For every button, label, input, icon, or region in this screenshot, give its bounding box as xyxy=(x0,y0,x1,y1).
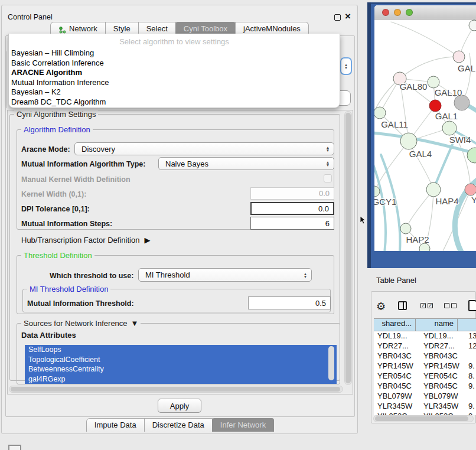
network-node-GAL10[interactable] xyxy=(428,76,439,88)
settings-vscrollbar-thumb[interactable] xyxy=(345,113,351,383)
algorithm-option[interactable]: Basic Correlation Inference xyxy=(9,58,340,69)
settings-hscrollbar-thumb[interactable] xyxy=(11,387,340,392)
node-label-GAL11: GAL11 xyxy=(381,119,408,129)
page-icon[interactable] xyxy=(468,300,476,311)
bottom-tab[interactable]: Infer Network xyxy=(212,418,274,432)
cell-value: 9. xyxy=(466,381,476,392)
attribute-list-item[interactable]: TopologicalCoefficient xyxy=(25,355,337,365)
split-column-icon[interactable] xyxy=(398,301,407,310)
sources-group-title: Sources for Network Inference ▼ xyxy=(21,319,141,328)
combo-spinner-icon[interactable]: ▲▼ xyxy=(301,270,310,280)
table-row[interactable]: YBR043C YBR043C xyxy=(374,351,476,361)
cell-name: YER054C xyxy=(420,371,466,381)
network-node-GAL4[interactable] xyxy=(400,133,417,149)
cyni-algorithm-settings-title: Cyni Algorithm Settings xyxy=(14,110,98,119)
collapse-arrow-icon[interactable]: ▼ xyxy=(131,319,139,328)
attribute-list-item[interactable]: gal4RGexp xyxy=(25,374,337,384)
aracne-mode-value: Discovery xyxy=(81,145,115,154)
close-traffic-light-icon[interactable] xyxy=(382,9,389,16)
mi-steps-field[interactable]: 6 xyxy=(250,217,334,230)
minimize-traffic-light-icon[interactable] xyxy=(394,9,401,16)
algorithm-option[interactable]: Bayesian – K2 xyxy=(9,87,340,97)
combo-spinner-icon[interactable]: ▲▼ xyxy=(323,144,332,154)
algorithm-dropdown-popup: Select algorithm to view settings Bayesi… xyxy=(8,34,340,108)
mi-threshold-field[interactable]: 0.5 xyxy=(248,296,331,309)
algorithm-dropdown-placeholder[interactable]: Select algorithm to view settings xyxy=(9,34,340,46)
cell-shared-name: YBR043C xyxy=(374,351,420,361)
table-row[interactable]: YPR145W YPR145W 9. xyxy=(374,361,476,371)
table-row[interactable]: YLR345W YLR345W 9. xyxy=(374,402,476,412)
table-hscrollbar-thumb[interactable] xyxy=(375,416,468,421)
mi-type-label: Mutual Information Algorithm Type: xyxy=(21,160,145,168)
network-node[interactable] xyxy=(467,148,476,163)
table-hscrollbar[interactable] xyxy=(373,415,474,422)
column-header[interactable]: name xyxy=(415,318,458,331)
network-node-GAL1[interactable] xyxy=(429,100,441,112)
bottom-tab[interactable]: Discretize Data xyxy=(144,418,213,432)
table-row[interactable]: YDR27... YDR27... 12 xyxy=(374,341,476,351)
docked-panel-icon[interactable] xyxy=(8,445,21,450)
zoom-traffic-light-icon[interactable] xyxy=(406,9,413,16)
bottom-tab-label: Discretize Data xyxy=(152,419,204,432)
node-label-HAP4: HAP4 xyxy=(435,196,458,206)
close-icon[interactable]: × xyxy=(345,11,351,22)
column-header[interactable]: A xyxy=(457,318,476,331)
combo-spinner-icon[interactable]: ▲▼ xyxy=(323,159,332,168)
which-threshold-label: Which threshold to use: xyxy=(50,272,133,280)
algorithm-option[interactable]: Mutual Information Inference xyxy=(9,78,340,88)
checked-checkboxes-icon[interactable]: ✓ ✓ xyxy=(420,303,433,308)
attribute-list-item[interactable]: SelfLoops xyxy=(25,345,337,355)
attributes-list-scrollbar-thumb[interactable] xyxy=(328,346,334,380)
manual-kernel-checkbox[interactable] xyxy=(324,174,332,182)
unchecked-checkboxes-icon[interactable] xyxy=(444,303,457,308)
mi-steps-label: Mutual Information Steps: xyxy=(21,220,112,228)
network-icon xyxy=(58,25,66,33)
gear-icon[interactable]: ⚙ xyxy=(376,300,386,313)
table-row[interactable]: YER054C YER054C 8. xyxy=(374,371,476,381)
table-row[interactable]: YBL079W YBL079W xyxy=(374,392,476,402)
network-node-HAP2[interactable] xyxy=(400,223,411,234)
float-window-icon[interactable] xyxy=(334,14,341,21)
network-edge[interactable] xyxy=(391,22,459,57)
table-panel-title: Table Panel xyxy=(376,276,416,285)
algorithm-option[interactable]: Bayesian – Hill Climbing xyxy=(9,48,340,58)
dpi-tolerance-field[interactable]: 0.0 xyxy=(250,202,334,215)
network-node-Y[interactable] xyxy=(465,184,476,195)
table-row[interactable]: YDL19... YDL19... 13 xyxy=(374,331,476,341)
algorithm-option[interactable]: ARACNE Algorithm xyxy=(9,68,340,78)
bottom-tab[interactable]: Impute Data xyxy=(86,418,145,432)
cell-value xyxy=(466,351,476,361)
cell-value: 8. xyxy=(466,371,476,381)
cell-value: 9. xyxy=(466,361,476,371)
aracne-mode-combobox[interactable]: Discovery ▲▼ xyxy=(74,142,334,155)
checked-box-icon: ✓ xyxy=(428,303,433,308)
settings-vscrollbar[interactable] xyxy=(344,111,352,385)
network-node-GAL[interactable] xyxy=(453,51,465,63)
cell-shared-name: YBR045C xyxy=(374,381,420,392)
node-table-header: shared...nameA xyxy=(374,318,476,331)
cell-value: 12 xyxy=(466,341,476,351)
which-threshold-combobox[interactable]: MI Threshold ▲▼ xyxy=(138,268,312,282)
network-canvas[interactable]: GALGAL80GAL10GAL1GAL11SWI4GAL4GCY1HAP4YH… xyxy=(374,19,476,251)
kernel-width-field[interactable]: 0.0 xyxy=(250,187,334,200)
settings-hscrollbar[interactable] xyxy=(9,386,343,393)
which-threshold-value: MI Threshold xyxy=(145,270,190,279)
algorithm-option[interactable]: Dream8 DC_TDC Algorithm xyxy=(9,97,340,107)
attribute-list-item[interactable]: BetweennessCentrality xyxy=(25,364,337,374)
network-node-HAP4[interactable] xyxy=(426,182,441,197)
network-node-GAL11[interactable] xyxy=(374,107,386,119)
column-header[interactable]: shared... xyxy=(374,318,416,331)
network-window-titlebar[interactable] xyxy=(374,5,476,19)
hub-factor-expander[interactable]: Hub/Transcription Factor Definition ▶ xyxy=(21,236,150,244)
node-table-body: YDL19... YDL19... 13 YDR27... YDR27... 1… xyxy=(374,331,476,415)
network-node[interactable] xyxy=(469,20,476,31)
cell-name: YPR145W xyxy=(420,361,466,371)
cell-shared-name: YPR145W xyxy=(374,361,420,371)
network-node-SWI4[interactable] xyxy=(442,121,457,135)
table-row[interactable]: YBR045C YBR045C 9. xyxy=(374,381,476,392)
apply-button[interactable]: Apply xyxy=(158,399,201,413)
mi-type-combobox[interactable]: Naive Bayes ▲▼ xyxy=(158,157,334,170)
node-label-GAL10: GAL10 xyxy=(435,87,462,97)
node-label-GAL4: GAL4 xyxy=(409,149,432,159)
focused-spinner-fragment[interactable]: ▲▼ xyxy=(340,57,352,75)
